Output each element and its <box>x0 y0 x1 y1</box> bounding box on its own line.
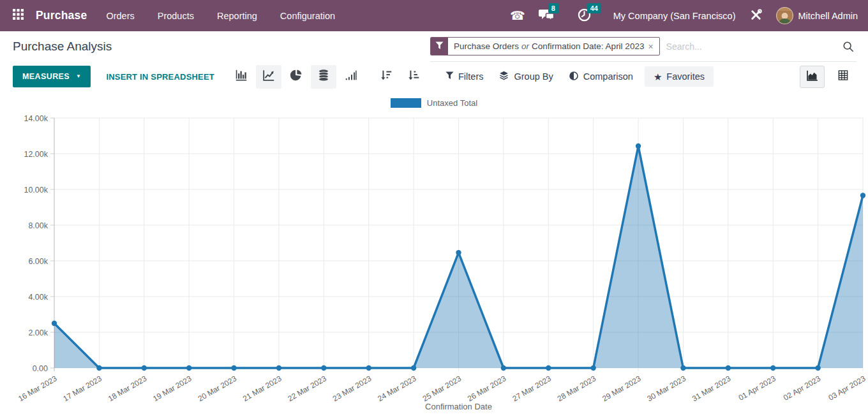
view-switcher <box>800 66 855 88</box>
comparison-button[interactable]: Comparison <box>565 66 637 88</box>
phone-icon: ☎ <box>510 10 525 22</box>
svg-text:4.00k: 4.00k <box>28 293 48 302</box>
facet-remove-button[interactable]: × <box>646 41 659 52</box>
svg-text:10.00k: 10.00k <box>24 186 48 195</box>
insert-in-spreadsheet-button[interactable]: INSERT IN SPREADSHEET <box>106 72 214 82</box>
activities-count-badge: 44 <box>587 3 601 14</box>
facet-connector: or <box>521 41 529 51</box>
svg-text:01 Apr 2023: 01 Apr 2023 <box>737 374 777 402</box>
search-bar: Purchase Orders or Confirmation Date: Ap… <box>430 31 857 62</box>
facet-filter-chip <box>431 38 448 55</box>
svg-text:18 Mar 2023: 18 Mar 2023 <box>107 374 149 403</box>
messages-button[interactable]: 8 <box>539 8 555 24</box>
chart-controls <box>228 65 426 89</box>
company-name: My Company (San Francisco) <box>613 11 736 21</box>
svg-text:31 Mar 2023: 31 Mar 2023 <box>691 374 733 403</box>
area-chart-icon <box>805 69 819 85</box>
svg-text:02 Apr 2023: 02 Apr 2023 <box>782 374 822 402</box>
bar-chart-button[interactable] <box>228 65 254 89</box>
filters-label: Filters <box>458 71 483 82</box>
svg-text:0.00: 0.00 <box>33 364 48 373</box>
svg-text:29 Mar 2023: 29 Mar 2023 <box>601 374 643 403</box>
pie-chart-button[interactable] <box>283 65 309 89</box>
graph-canvas[interactable]: 0.002.00k4.00k6.00k8.00k10.00k12.00k14.0… <box>0 91 868 419</box>
search-input[interactable] <box>666 41 836 52</box>
control-panel-top: Purchase Analysis Purchase Orders or Con… <box>0 31 868 62</box>
signal-bars-icon <box>344 68 358 85</box>
menu-item-configuration[interactable]: Configuration <box>280 11 335 21</box>
search-facet: Purchase Orders or Confirmation Date: Ap… <box>430 37 660 55</box>
page-title: Purchase Analysis <box>13 40 112 54</box>
star-icon: ★ <box>654 72 662 82</box>
facet-part2: Confirmation Date: April 2023 <box>532 41 644 51</box>
layers-icon <box>498 70 509 83</box>
menu-item-products[interactable]: Products <box>158 11 194 21</box>
messages-count-badge: 8 <box>548 3 558 14</box>
user-name: Mitchell Admin <box>798 11 858 21</box>
sort-ascending-button[interactable] <box>401 65 426 89</box>
svg-text:22 Mar 2023: 22 Mar 2023 <box>286 374 328 403</box>
filter-funnel-icon <box>435 41 444 52</box>
activities-button[interactable]: 44 <box>578 8 591 24</box>
support-tools-button[interactable] <box>749 8 763 24</box>
stacked-toggle-button[interactable] <box>311 65 336 89</box>
svg-text:28 Mar 2023: 28 Mar 2023 <box>556 374 598 403</box>
menu-item-reporting[interactable]: Reporting <box>217 11 257 21</box>
svg-text:16 Mar 2023: 16 Mar 2023 <box>17 374 59 403</box>
current-app-name[interactable]: Purchase <box>36 9 87 22</box>
svg-text:27 Mar 2023: 27 Mar 2023 <box>511 374 553 403</box>
view-toolbar: MEASURES ▼ INSERT IN SPREADSHEET <box>0 62 868 91</box>
svg-text:17 Mar 2023: 17 Mar 2023 <box>62 374 104 403</box>
comparison-label: Comparison <box>583 71 633 82</box>
systray: ☎ 8 44 My Company (San Francisco) <box>510 7 858 24</box>
svg-text:30 Mar 2023: 30 Mar 2023 <box>646 374 688 403</box>
tools-icon <box>749 8 763 24</box>
legend-swatch <box>391 98 421 108</box>
measures-button[interactable]: MEASURES ▼ <box>13 66 91 87</box>
svg-text:6.00k: 6.00k <box>28 257 48 266</box>
svg-text:14.00k: 14.00k <box>24 114 48 123</box>
svg-text:24 Mar 2023: 24 Mar 2023 <box>376 374 418 403</box>
menu-item-orders[interactable]: Orders <box>106 11 134 21</box>
search-icon <box>842 41 854 52</box>
search-options: Filters Group By Comparison ★ <box>442 65 714 88</box>
svg-text:25 Mar 2023: 25 Mar 2023 <box>421 374 463 403</box>
graph-view-button[interactable] <box>800 66 825 88</box>
chart-legend[interactable]: Untaxed Total <box>0 98 868 108</box>
filters-funnel-icon <box>445 71 454 82</box>
app-menu: Orders Products Reporting Configuration <box>106 11 335 21</box>
sort-amount-desc-icon <box>379 68 393 85</box>
pie-chart-icon <box>289 68 303 85</box>
voip-button[interactable]: ☎ <box>510 10 525 22</box>
user-menu[interactable]: Mitchell Admin <box>776 7 858 24</box>
measures-label: MEASURES <box>22 72 70 81</box>
svg-text:2.00k: 2.00k <box>28 328 48 337</box>
line-chart-icon <box>262 68 276 85</box>
company-switcher[interactable]: My Company (San Francisco) <box>613 11 736 21</box>
x-axis-title: Confirmation Date <box>54 402 863 411</box>
svg-text:19 Mar 2023: 19 Mar 2023 <box>151 374 193 403</box>
sort-descending-button[interactable] <box>373 65 399 89</box>
pivot-view-button[interactable] <box>830 66 855 88</box>
graph-view: Untaxed Total 0.002.00k4.00k6.00k8.00k10… <box>0 91 868 419</box>
svg-text:8.00k: 8.00k <box>28 221 48 230</box>
user-avatar <box>776 7 793 24</box>
line-chart-button[interactable] <box>256 65 281 89</box>
group-by-button[interactable]: Group By <box>495 65 557 88</box>
cumulative-toggle-button[interactable] <box>338 65 364 89</box>
legend-label: Untaxed Total <box>427 98 477 108</box>
svg-text:23 Mar 2023: 23 Mar 2023 <box>331 374 373 403</box>
apps-menu-button[interactable] <box>6 4 29 27</box>
pivot-table-icon <box>837 69 849 84</box>
chevron-down-icon: ▼ <box>76 74 81 79</box>
bar-chart-icon <box>234 68 248 85</box>
svg-text:20 Mar 2023: 20 Mar 2023 <box>197 374 239 403</box>
filters-button[interactable]: Filters <box>442 66 487 87</box>
facet-part1: Purchase Orders <box>454 41 519 51</box>
favorites-button[interactable]: ★ Favorites <box>645 66 714 87</box>
svg-text:21 Mar 2023: 21 Mar 2023 <box>241 374 283 403</box>
sort-amount-asc-icon <box>407 68 421 85</box>
favorites-label: Favorites <box>666 71 705 82</box>
facet-label: Purchase Orders or Confirmation Date: Ap… <box>448 41 646 51</box>
svg-text:26 Mar 2023: 26 Mar 2023 <box>466 374 508 403</box>
